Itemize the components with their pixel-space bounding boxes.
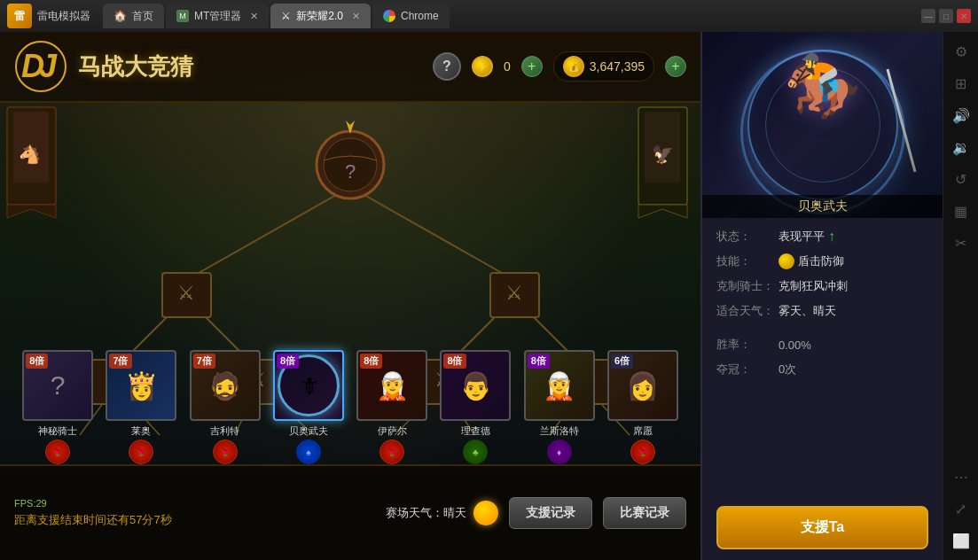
svg-rect-22 <box>645 112 680 183</box>
settings-gear-icon[interactable]: ⚙ <box>949 39 974 64</box>
fighter-rank-xiyuan: 🌹 <box>630 439 655 464</box>
fighter-multiplier-beowulf: 8倍 <box>277 354 299 369</box>
bottom-row: FPS:29 距离支援结束时间还有57分7秒 赛场天气：晴天 支援记录 比赛记录 <box>0 466 700 560</box>
fighter-card-gilead[interactable]: 🧔 7倍 吉利特 🌹 <box>186 350 264 464</box>
hero-image-area: 🏇 贝奥武夫 <box>702 32 943 218</box>
match-record-button[interactable]: 比赛记录 <box>603 497 686 529</box>
help-button[interactable]: ? <box>433 52 461 81</box>
minimize-button[interactable]: — <box>921 9 935 23</box>
fighter-multiplier-iyasaer: 8倍 <box>360 354 382 369</box>
svg-point-26 <box>324 138 377 191</box>
resize-icon[interactable]: ⬜ <box>949 528 974 553</box>
tab-mt-manager[interactable]: M MT管理器 ✕ <box>166 4 269 28</box>
fighter-portrait-gilead[interactable]: 🧔 7倍 <box>190 350 261 421</box>
skill-label: 技能： <box>716 253 778 269</box>
fighter-portrait-laiou[interactable]: 👸 7倍 <box>106 350 176 421</box>
layout-icon[interactable]: ▦ <box>949 198 974 223</box>
fighter-card-laiou[interactable]: 👸 7倍 莱奥 🌹 <box>102 350 180 464</box>
refresh-icon[interactable]: ↺ <box>949 167 974 191</box>
winrate-value: 0.00% <box>778 338 811 352</box>
fighter-card-beowulf[interactable]: 🗡 8倍 贝奥武夫 ♠ <box>270 350 348 464</box>
fighter-card-unknown[interactable]: ? 8倍 神秘骑士 🌹 <box>19 350 97 464</box>
add-currency2-button[interactable]: + <box>665 56 686 77</box>
fighter-portrait-beowulf[interactable]: 🗡 8倍 <box>273 350 344 421</box>
svg-rect-29 <box>162 273 211 317</box>
volume-icon[interactable]: 🔊 <box>949 103 974 128</box>
fps-counter: FPS:29 <box>14 498 172 509</box>
fighters-row: ? 8倍 神秘骑士 🌹 👸 7倍 莱奥 🌹 <box>0 350 700 464</box>
fighter-multiplier-xiyuan: 6倍 <box>611 354 633 369</box>
fighter-portrait-lanslot[interactable]: 🧝 8倍 <box>524 350 595 421</box>
game-logo: D J <box>14 40 67 93</box>
fighter-portrait-iyasaer[interactable]: 🧝 8倍 <box>356 350 427 421</box>
weather-fit-label: 适合天气： <box>716 303 778 319</box>
maximize-button[interactable]: □ <box>939 9 953 23</box>
coin-icon-small: ⚡ <box>472 56 493 77</box>
fighter-rank-lanslot: ♦ <box>547 439 572 464</box>
tab-honor[interactable]: ⚔ 新荣耀2.0 ✕ <box>270 4 371 28</box>
stat-row-skill: 技能： 盾击防御 <box>716 253 928 269</box>
svg-text:J: J <box>39 48 58 84</box>
expand-icon[interactable]: ⤢ <box>949 496 974 521</box>
svg-text:🐴: 🐴 <box>19 144 41 165</box>
more-icon[interactable]: ⋯ <box>949 464 974 489</box>
fighter-name-unknown: 神秘骑士 <box>38 424 77 438</box>
grid-icon[interactable]: ⊞ <box>949 71 974 96</box>
fighter-rank-gilead: 🌹 <box>213 439 238 464</box>
header-right: ? ⚡ 0 + 💰 3,647,395 + <box>433 51 686 82</box>
scissors-icon[interactable]: ✂ <box>949 230 974 255</box>
counter-label: 克制骑士： <box>716 278 778 294</box>
fighter-card-iyasaer[interactable]: 🧝 8倍 伊萨尔 🌹 <box>353 350 431 464</box>
stat-row-weather: 适合天气： 雾天、晴天 <box>716 303 928 319</box>
fighter-multiplier-richard: 8倍 <box>443 354 466 369</box>
counter-value: 克制狂风冲刺 <box>778 278 848 294</box>
fighter-name-iyasaer: 伊萨尔 <box>378 424 407 438</box>
status-label: 状态： <box>716 229 778 245</box>
currency2-item: 💰 3,647,395 <box>553 51 654 82</box>
stat-row-winrate: 胜率： 0.00% <box>716 337 928 353</box>
volume-down-icon[interactable]: 🔉 <box>949 135 974 159</box>
tab-chrome[interactable]: Chrome <box>372 4 450 28</box>
hero-name: 贝奥武夫 <box>798 198 848 213</box>
svg-marker-20 <box>7 205 56 218</box>
fighter-name-laiou: 莱奥 <box>131 424 151 438</box>
fighter-name-lanslot: 兰斯洛特 <box>540 424 579 438</box>
tab-honor-close[interactable]: ✕ <box>352 11 360 22</box>
fighter-multiplier-laiou: 7倍 <box>109 354 131 369</box>
support-button[interactable]: 支援Ta <box>716 506 928 549</box>
skill-value: 盾击防御 <box>798 253 844 269</box>
fighter-name-beowulf: 贝奥武夫 <box>289 424 328 438</box>
svg-line-3 <box>186 187 350 280</box>
window-controls: — □ ✕ <box>921 9 971 23</box>
close-button[interactable]: ✕ <box>957 9 971 23</box>
svg-point-25 <box>317 131 384 198</box>
fighter-portrait-xiyuan[interactable]: 👩 6倍 <box>607 350 678 421</box>
fighter-portrait-richard[interactable]: 👨 8倍 <box>440 350 511 421</box>
weather-sun-icon <box>473 501 498 525</box>
browser-tabs: 🏠 首页 M MT管理器 ✕ ⚔ 新荣耀2.0 ✕ Chrome <box>103 4 916 28</box>
svg-text:🦅: 🦅 <box>652 144 674 165</box>
right-sidebar: ⚙ ⊞ 🔊 🔉 ↺ ▦ ✂ ⋯ ⤢ ⬜ <box>943 32 978 560</box>
game-main-panel: D J 马战大竞猜 ? ⚡ 0 + 💰 3,647,395 + <box>0 32 700 560</box>
fighter-rank-laiou: 🌹 <box>129 439 153 464</box>
currency2-value: 3,647,395 <box>590 59 645 74</box>
skill-coin-icon <box>778 253 794 269</box>
tab-mt-close[interactable]: ✕ <box>250 11 258 22</box>
fighter-card-xiyuan[interactable]: 👩 6倍 席愿 🌹 <box>604 350 682 464</box>
fighter-rank-richard: ♣ <box>463 439 488 464</box>
add-currency1-button[interactable]: + <box>521 56 543 77</box>
winrate-label: 胜率： <box>716 337 778 353</box>
support-record-button[interactable]: 支援记录 <box>509 497 592 529</box>
info-panel: 🏇 贝奥武夫 状态： 表现平平 ↑ 技能： 盾击防御 <box>700 32 943 560</box>
fighter-multiplier-lanslot: 8倍 <box>528 354 550 369</box>
timer-text: 距离支援结束时间还有57分7秒 <box>14 512 172 528</box>
emulator-topbar: 雷 雷电模拟器 🏠 首页 M MT管理器 ✕ ⚔ 新荣耀2.0 ✕ Chrome… <box>0 0 978 32</box>
tab-home[interactable]: 🏠 首页 <box>103 4 164 28</box>
fighter-portrait-unknown[interactable]: ? 8倍 <box>22 350 93 421</box>
svg-marker-27 <box>346 121 355 134</box>
fighter-card-lanslot[interactable]: 🧝 8倍 兰斯洛特 ♦ <box>520 350 599 464</box>
game-container: D J 马战大竞猜 ? ⚡ 0 + 💰 3,647,395 + <box>0 32 978 560</box>
fighter-card-richard[interactable]: 👨 8倍 理查德 ♣ <box>436 350 514 464</box>
stat-row-counter: 克制骑士： 克制狂风冲刺 <box>716 278 928 294</box>
logo-area: D J 马战大竞猜 <box>14 40 193 93</box>
